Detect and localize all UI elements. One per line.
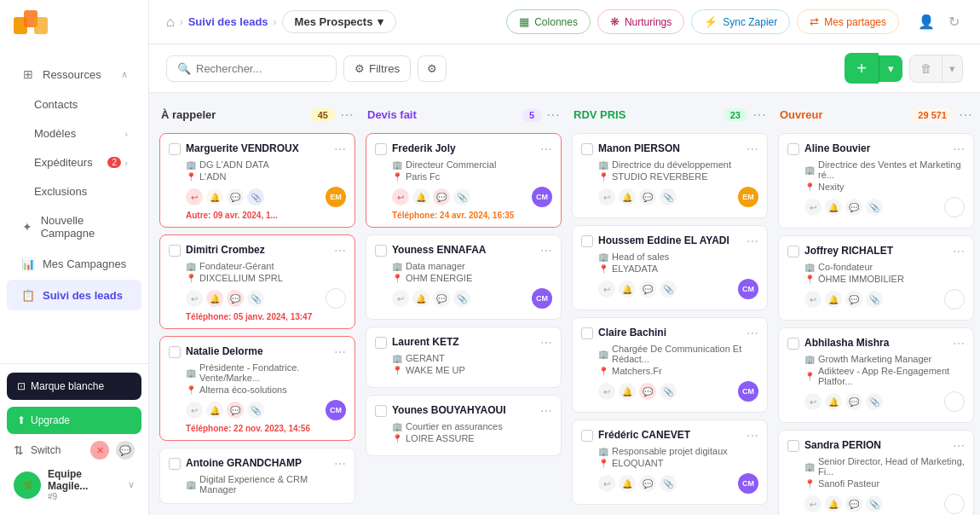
card-checkbox-r2[interactable]	[581, 235, 593, 247]
refresh-button[interactable]: ↻	[945, 10, 963, 33]
card-icon-3-o1[interactable]: 📎	[866, 199, 883, 216]
card-icon-3-r3[interactable]: 📎	[660, 383, 677, 400]
card-r4[interactable]: Frédéric CANEVET ⋯ 🏢Responsable projet d…	[572, 420, 768, 505]
sidebar-item-ressources[interactable]: ⊞ Ressources ∧	[7, 59, 141, 90]
upgrade-button[interactable]: ⬆ Upgrade	[7, 407, 141, 434]
card-icon-0-o1[interactable]: ↩	[804, 199, 821, 216]
card-o2[interactable]: Joffrey RICHALET ⋯ 🏢Co-fondateur📍ÖHME IM…	[778, 235, 974, 321]
card-icon-1-o1[interactable]: 🔔	[825, 199, 842, 216]
sync-zapier-button[interactable]: ⚡ Sync Zapier	[691, 9, 790, 34]
card-checkbox-r3[interactable]	[581, 327, 593, 339]
settings-button[interactable]: ⚙	[418, 55, 447, 82]
card-icon-2-r1[interactable]: 💬	[639, 188, 656, 205]
col-menu-rappeler[interactable]: ⋯	[340, 107, 354, 123]
card-d4[interactable]: Younes BOUYAHYAOUI ⋯ 🏢Courtier en assura…	[366, 395, 562, 456]
delete-dropdown-button[interactable]: ▾	[943, 55, 963, 83]
card-icon-3-c2[interactable]: 📎	[247, 290, 264, 307]
marque-blanche-button[interactable]: ⊡ Marque blanche	[7, 373, 141, 400]
card-more-d4[interactable]: ⋯	[540, 404, 552, 418]
card-icon-0-d1[interactable]: ↩	[392, 188, 409, 205]
user-row[interactable]: 🌿 Equipe Magile... #9 ∨	[7, 463, 141, 506]
card-o3[interactable]: Abhilasha Mishra ⋯ 🏢Growth Marketing Man…	[778, 327, 974, 423]
card-icon-3-d2[interactable]: 📎	[453, 290, 470, 307]
card-icon-0-c1[interactable]: ↩	[186, 188, 203, 205]
card-icon-1-r1[interactable]: 🔔	[619, 188, 636, 205]
card-icon-3-d1[interactable]: 📎	[453, 188, 470, 205]
card-icon-0-o3[interactable]: ↩	[804, 393, 821, 410]
card-icon-0-r4[interactable]: ↩	[598, 475, 615, 492]
card-icon-0-r2[interactable]: ↩	[598, 281, 615, 298]
card-c1[interactable]: Marguerite VENDROUX ⋯ 🏢DG L'ADN DATA📍L'A…	[159, 133, 355, 228]
card-icon-3-c1[interactable]: 📎	[247, 188, 264, 205]
col-menu-devis[interactable]: ⋯	[546, 107, 560, 123]
card-icon-0-c2[interactable]: ↩	[186, 290, 203, 307]
card-checkbox-o1[interactable]	[787, 143, 799, 155]
card-o4[interactable]: Sandra PERION ⋯ 🏢Senior Director, Head o…	[778, 430, 974, 515]
card-icon-0-d2[interactable]: ↩	[392, 290, 409, 307]
sidebar-item-mes-campagnes[interactable]: 📊 Mes Campagnes	[7, 248, 141, 279]
card-icon-2-o3[interactable]: 💬	[845, 393, 862, 410]
card-more-d1[interactable]: ⋯	[540, 142, 552, 156]
card-icon-0-o2[interactable]: ↩	[804, 291, 821, 308]
card-icon-3-o3[interactable]: 📎	[866, 393, 883, 410]
card-icon-2-c1[interactable]: 💬	[227, 188, 244, 205]
card-checkbox-r1[interactable]	[581, 143, 593, 155]
card-more-r1[interactable]: ⋯	[747, 142, 758, 156]
card-icon-2-c3[interactable]: 💬	[227, 402, 244, 419]
card-more-d2[interactable]: ⋯	[540, 244, 552, 258]
sidebar-item-exclusions[interactable]: Exclusions	[7, 177, 141, 205]
card-more-c1[interactable]: ⋯	[334, 142, 346, 156]
card-checkbox-d4[interactable]	[375, 405, 387, 417]
card-more-c3[interactable]: ⋯	[334, 345, 346, 359]
card-icon-1-o3[interactable]: 🔔	[825, 393, 842, 410]
mes-partages-button[interactable]: ⇄ Mes partages	[797, 9, 899, 34]
user-settings-button[interactable]: 👤	[914, 10, 938, 33]
card-icon-1-r4[interactable]: 🔔	[619, 475, 636, 492]
card-icon-2-d2[interactable]: 💬	[433, 290, 450, 307]
card-icon-3-o4[interactable]: 📎	[866, 495, 883, 512]
breadcrumb-suivi-leads[interactable]: Suivi des leads	[188, 15, 268, 28]
card-d3[interactable]: Laurent KETZ ⋯ 🏢GERANT📍WAKE ME UP	[366, 327, 562, 388]
card-icon-2-r2[interactable]: 💬	[639, 281, 656, 298]
add-main-button[interactable]: +	[845, 53, 879, 84]
card-o1[interactable]: Aline Bouvier ⋯ 🏢Directrice des Ventes e…	[778, 133, 974, 229]
card-icon-2-r3[interactable]: 💬	[639, 383, 656, 400]
card-checkbox-d3[interactable]	[375, 337, 387, 349]
switch-close-button[interactable]: ✕	[90, 441, 109, 460]
sidebar-item-expediteurs[interactable]: Expéditeurs 2 ›	[7, 148, 141, 176]
card-more-c4[interactable]: ⋯	[334, 457, 346, 471]
card-icon-1-o2[interactable]: 🔔	[825, 291, 842, 308]
card-more-o4[interactable]: ⋯	[953, 439, 965, 453]
card-icon-2-r4[interactable]: 💬	[639, 475, 656, 492]
card-c2[interactable]: Dimitri Crombez ⋯ 🏢Fondateur-Gérant📍DIXC…	[159, 234, 355, 329]
card-checkbox-d1[interactable]	[375, 143, 387, 155]
home-icon[interactable]: ⌂	[166, 14, 175, 30]
card-icon-2-o1[interactable]: 💬	[845, 199, 862, 216]
card-icon-2-o4[interactable]: 💬	[845, 495, 862, 512]
card-icon-1-r2[interactable]: 🔔	[619, 281, 636, 298]
card-more-o2[interactable]: ⋯	[953, 245, 965, 258]
search-box[interactable]: 🔍	[166, 55, 337, 82]
card-icon-3-r2[interactable]: 📎	[660, 281, 677, 298]
col-menu-ouvreur[interactable]: ⋯	[959, 107, 972, 123]
search-input[interactable]	[196, 62, 307, 75]
card-icon-0-r3[interactable]: ↩	[598, 383, 615, 400]
card-checkbox-d2[interactable]	[375, 245, 387, 257]
card-checkbox-o3[interactable]	[787, 338, 799, 350]
card-icon-2-c2[interactable]: 💬	[227, 290, 244, 307]
card-icon-1-d1[interactable]: 🔔	[412, 188, 429, 205]
add-dropdown-button[interactable]: ▾	[879, 55, 902, 82]
card-more-r2[interactable]: ⋯	[747, 234, 758, 248]
card-r2[interactable]: Houssem Eddine EL AYADI ⋯ 🏢Head of sales…	[572, 225, 768, 310]
card-icon-3-r1[interactable]: 📎	[660, 188, 677, 205]
card-c4[interactable]: Antoine GRANDCHAMP ⋯ 🏢Digital Experience…	[159, 448, 355, 504]
card-c3[interactable]: Natalie Delorme ⋯ 🏢Présidente - Fondatri…	[159, 336, 355, 441]
card-icon-1-d2[interactable]: 🔔	[412, 290, 429, 307]
card-more-o3[interactable]: ⋯	[953, 337, 965, 350]
card-checkbox-c3[interactable]	[169, 346, 181, 358]
card-icon-1-r3[interactable]: 🔔	[619, 383, 636, 400]
card-icon-0-c3[interactable]: ↩	[186, 402, 203, 419]
card-icon-1-c2[interactable]: 🔔	[206, 290, 223, 307]
card-icon-1-o4[interactable]: 🔔	[825, 495, 842, 512]
sidebar-item-contacts[interactable]: Contacts	[7, 90, 141, 119]
